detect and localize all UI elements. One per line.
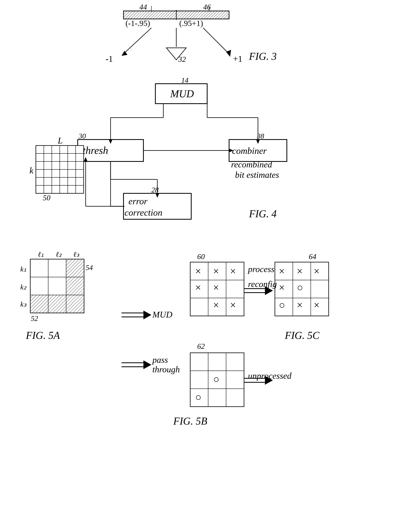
fig5c-label-64: 64 (309, 252, 316, 261)
fig5b-o31: ○ (195, 392, 201, 403)
fig5b-label: FIG. 5B (173, 416, 207, 427)
fig5c-label: FIG. 5C (285, 330, 320, 341)
fig4-error-text2: correction (125, 207, 162, 218)
fig4-error-text1: error (128, 196, 148, 206)
fig5c-label-60: 60 (197, 252, 205, 261)
fig3-label-32: 32 (178, 55, 186, 63)
fig4-k-label: k (29, 166, 34, 175)
fig5a-k2: k₂ (20, 283, 27, 291)
fig5b-pass-text2: through (152, 365, 180, 374)
fig5-mud-label: MUD (152, 310, 172, 320)
fig5-reconfig-text: reconfig (248, 279, 277, 289)
fig3-label-plus1: +1 (233, 54, 242, 64)
fig5c-x21: × (279, 282, 285, 293)
fig5a-l2: ℓ₂ (56, 250, 62, 258)
fig5a-label-54: 54 (86, 264, 93, 272)
fig5b-o22: ○ (213, 374, 219, 385)
fig4-label-30: 30 (78, 132, 86, 140)
fig3-label: FIG. 3 (249, 51, 277, 62)
fig5b-passthrough-arrow-head (143, 360, 151, 369)
fig5a-k1: k₁ (20, 265, 26, 273)
fig5-x32: × (213, 299, 219, 311)
fig4-combiner-text: combiner (232, 146, 267, 156)
fig5a-hatch1 (66, 259, 84, 277)
fig3-arrow-left-head (121, 51, 127, 56)
fig5c-x12: × (297, 266, 302, 277)
fig4-label-50: 50 (43, 194, 50, 202)
fig5c-x32: × (297, 299, 302, 311)
fig4-label: FIG. 4 (249, 208, 277, 219)
fig5c-o31: ○ (279, 299, 285, 311)
fig5c-x33: × (314, 299, 319, 311)
fig5-mud-arrow-head (143, 310, 151, 319)
fig5c-o22: ○ (297, 282, 303, 293)
fig4-recombined-text1: recombined (231, 160, 272, 169)
fig4-thresh-text: thresh (83, 145, 108, 156)
fig3-range-left: (-1-.95) (126, 19, 150, 28)
fig5c-x13: × (314, 266, 319, 277)
fig3-label-46: 46 (203, 3, 211, 11)
fig5-x22: × (213, 282, 219, 293)
fig4-label-14: 14 (181, 76, 188, 84)
page: 44 46 (-1-.95) (.95+1) -1 32 +1 FIG. 3 M… (0, 0, 395, 532)
fig5a-k3: k₃ (20, 300, 27, 308)
svg-line-7 (203, 28, 229, 54)
fig5a-label-52: 52 (31, 315, 38, 322)
fig3-range-right: (.95+1) (179, 19, 203, 28)
fig5b-unprocessed-text: unprocessed (248, 371, 292, 381)
main-diagram: 44 46 (-1-.95) (.95+1) -1 32 +1 FIG. 3 M… (0, 0, 395, 532)
fig5-x21: × (195, 282, 201, 293)
fig3-label-44: 44 (139, 3, 147, 11)
fig5a-label: FIG. 5A (26, 330, 60, 341)
fig5a-hatch2 (66, 277, 84, 295)
fig5-x13: × (230, 266, 236, 277)
fig5-x12: × (213, 266, 219, 277)
fig5-x11: × (195, 266, 201, 277)
fig4-recombined-text2: bit estimates (235, 170, 279, 180)
fig3-arrow-right-head (226, 50, 231, 57)
svg-line-5 (124, 28, 151, 54)
fig3-label-minus1: -1 (106, 54, 113, 64)
fig5a-hatch4 (48, 295, 66, 313)
fig4-l-label: L (58, 136, 63, 145)
fig5b-pass-text1: pass (152, 355, 168, 365)
fig4-grid (36, 145, 84, 193)
fig5a-hatch3 (30, 295, 48, 313)
fig5a-hatch5 (66, 295, 84, 313)
fig5a-l3: ℓ₃ (73, 250, 79, 258)
fig5-x33: × (230, 299, 236, 311)
fig4-mud-text: MUD (170, 88, 194, 100)
fig5c-x11: × (279, 266, 285, 277)
fig5b-label-62: 62 (197, 342, 205, 350)
fig5a-l1: ℓ₁ (38, 250, 44, 258)
